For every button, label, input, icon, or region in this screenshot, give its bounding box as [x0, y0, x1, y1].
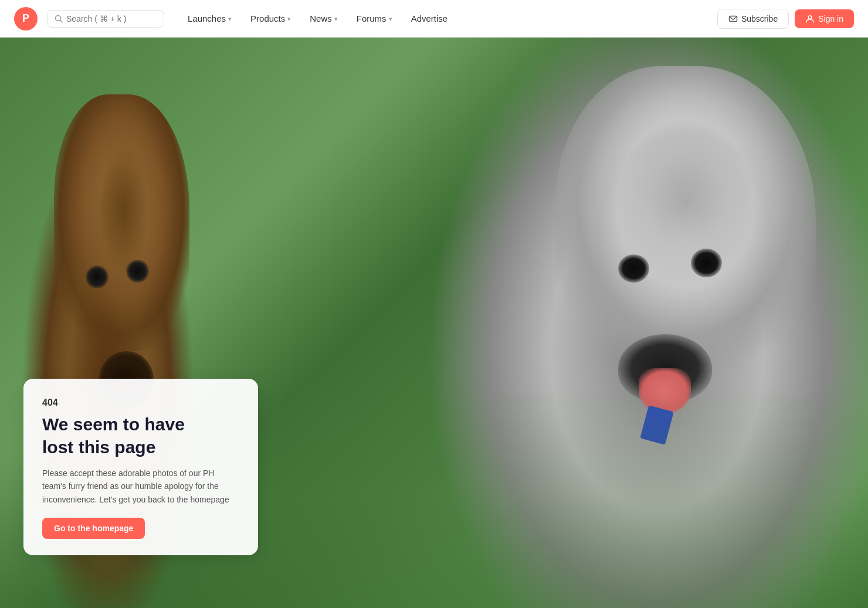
- chevron-down-icon: ▾: [334, 15, 338, 23]
- error-title: We seem to have lost this page: [42, 413, 239, 458]
- chevron-down-icon: ▾: [228, 15, 232, 23]
- chevron-down-icon: ▾: [287, 15, 291, 23]
- error-code: 404: [42, 398, 239, 408]
- navbar-actions: Subscribe Sign in: [717, 9, 854, 29]
- chevron-down-icon: ▾: [389, 15, 392, 23]
- svg-line-1: [60, 20, 63, 22]
- search-icon: [55, 15, 63, 23]
- search-bar[interactable]: [47, 10, 164, 28]
- signin-button[interactable]: Sign in: [795, 9, 854, 28]
- nav-advertise[interactable]: Advertise: [402, 0, 457, 38]
- navbar: P Launches ▾ Products ▾ News ▾ Forums ▾ …: [0, 0, 868, 38]
- subscribe-button[interactable]: Subscribe: [717, 9, 789, 29]
- error-card: 404 We seem to have lost this page Pleas…: [23, 379, 258, 555]
- nav-products[interactable]: Products ▾: [241, 0, 300, 38]
- go-to-homepage-button[interactable]: Go to the homepage: [42, 518, 145, 539]
- envelope-icon: [728, 14, 738, 23]
- nav-news[interactable]: News ▾: [300, 0, 347, 38]
- brand-logo[interactable]: P: [14, 7, 38, 30]
- main-nav: Launches ▾ Products ▾ News ▾ Forums ▾ Ad…: [178, 0, 713, 38]
- nav-forums[interactable]: Forums ▾: [347, 0, 402, 38]
- svg-point-3: [808, 15, 812, 19]
- error-description: Please accept these adorable photos of o…: [42, 467, 239, 506]
- search-input[interactable]: [66, 14, 148, 23]
- hero-section: 404 We seem to have lost this page Pleas…: [0, 0, 868, 608]
- user-icon: [805, 14, 815, 23]
- nav-launches[interactable]: Launches ▾: [178, 0, 241, 38]
